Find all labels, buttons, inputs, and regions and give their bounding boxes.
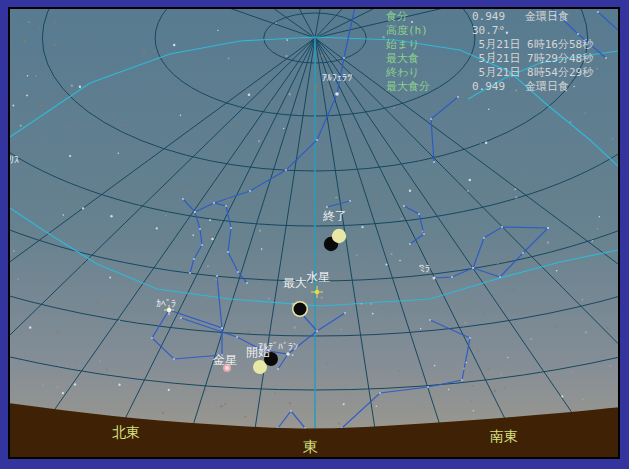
info-row: 始まり 5月21日 6時16分58秒 [386, 38, 593, 52]
star-dot [321, 54, 323, 56]
star-dot [121, 124, 123, 126]
constellation-star [193, 258, 195, 260]
star-dot [473, 410, 474, 411]
planet-label-venus: 金星 [212, 353, 237, 367]
star-dot [76, 363, 77, 364]
star-dot [507, 357, 508, 358]
constellation-star [201, 244, 203, 246]
eclipse-label-maximum: 最大 [283, 276, 307, 290]
star-dot [385, 264, 387, 266]
constellation-star [547, 227, 549, 229]
star-dot [285, 55, 287, 57]
star-dot [271, 101, 273, 103]
star-dot [180, 115, 181, 116]
star-dot [162, 137, 163, 138]
star-dot [123, 303, 124, 304]
star-dot [543, 242, 545, 244]
star-dot [477, 350, 479, 352]
constellation-star [180, 317, 182, 319]
star-dot [40, 141, 42, 143]
constellation-star [246, 282, 248, 284]
star-dot [326, 202, 328, 204]
star-dot [118, 152, 119, 153]
star-dot [27, 75, 29, 77]
constellation-star [173, 358, 175, 360]
star-dot [199, 82, 200, 83]
star-dot [469, 179, 472, 182]
star-dot [275, 22, 277, 24]
star-dot [467, 190, 468, 191]
star-dot [28, 21, 30, 23]
eclipse-maximum[interactable] [292, 301, 308, 317]
star-dot [526, 175, 527, 176]
star-dot [399, 260, 401, 262]
star-dot [609, 365, 611, 367]
star-dot [504, 387, 506, 389]
moon-disk [294, 303, 307, 316]
star-dot [473, 249, 475, 251]
constellation-star [433, 161, 435, 163]
star-dot [472, 385, 474, 387]
constellation-star [349, 200, 351, 202]
star-dot [38, 26, 40, 28]
star-dot [439, 289, 441, 291]
star-dot [211, 238, 213, 240]
eclipse-info-panel: 食分0.949 金環日食高度(h)30.7°始まり 5月21日 6時16分58秒… [386, 10, 593, 94]
info-row-value: 0.949 金環日食 [472, 80, 569, 93]
constellation-star [249, 190, 251, 192]
star-dot [315, 329, 317, 331]
star-dot [327, 363, 328, 364]
star-dot [361, 226, 363, 228]
star-dot [370, 303, 372, 305]
star-dot [304, 184, 305, 185]
star-aldebaran[interactable] [286, 352, 290, 356]
star-dot [544, 205, 546, 207]
star-dot [212, 405, 214, 407]
star-dot [45, 180, 47, 182]
star-dot [472, 97, 474, 99]
star-dot [497, 263, 498, 264]
info-row: 終わり 5月21日 8時54分29秒 [386, 66, 593, 80]
constellation-star [619, 424, 621, 426]
eclipse-sky-chart-window: ｱﾙﾌｪﾗﾂﾘｽﾐﾗｶﾍﾟﾗｱﾙﾃﾞﾊﾞﾗﾝ水星金星開始最大終了北東東南東 食分… [0, 0, 629, 469]
star-dot [349, 391, 350, 392]
star-dot [247, 331, 249, 333]
star-dot [192, 234, 194, 236]
constellation-star [409, 243, 411, 245]
star-dot [196, 79, 197, 80]
star-dot [561, 395, 563, 397]
star-dot [53, 223, 55, 225]
constellation-star [236, 336, 238, 338]
star-dot [129, 269, 131, 271]
star-dot [227, 198, 230, 201]
star-dot [13, 250, 15, 252]
star-dot [180, 388, 181, 389]
star-dot [258, 140, 260, 142]
star-dot [15, 196, 17, 198]
star-dot [156, 227, 158, 229]
star-dot [40, 104, 43, 107]
star-dot [283, 128, 284, 129]
star-dot [437, 378, 438, 379]
star-dot [434, 365, 436, 367]
star-dot [335, 197, 336, 198]
eclipse-label-start: 開始 [246, 345, 270, 359]
constellation-star [472, 267, 474, 269]
star-dot [69, 201, 72, 204]
star-dot [555, 326, 557, 328]
star-alpheratz[interactable] [335, 92, 339, 96]
constellation-star [430, 118, 432, 120]
star-dot [225, 272, 226, 273]
star-dot [240, 295, 242, 297]
constellation-star [285, 169, 287, 171]
star-dot [327, 87, 330, 90]
star-mira[interactable] [433, 277, 436, 280]
star-dot [289, 402, 291, 404]
star-dot [259, 230, 261, 232]
info-row: 最大食分0.949 金環日食 [386, 80, 593, 94]
star-dot [51, 232, 53, 234]
star-dot [53, 43, 55, 45]
constellation-star [483, 237, 485, 239]
star-dot [599, 216, 600, 217]
constellation-star [457, 96, 459, 98]
